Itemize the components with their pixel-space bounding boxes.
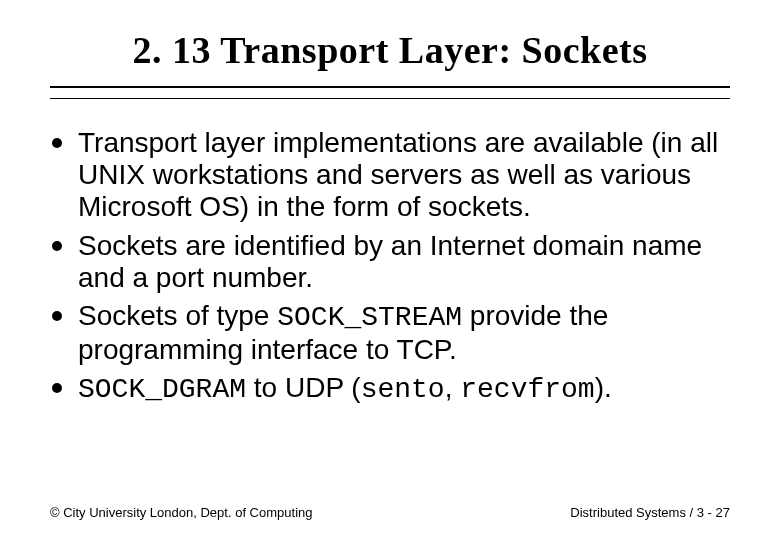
bullet-text: Sockets are identified by an Internet do… xyxy=(78,230,702,293)
code-recvfrom: recvfrom xyxy=(460,374,594,405)
bullet-text: Sockets of type xyxy=(78,300,277,331)
footer: © City University London, Dept. of Compu… xyxy=(50,505,730,520)
bullet-item: Transport layer implementations are avai… xyxy=(72,127,730,224)
bullet-text: Transport layer implementations are avai… xyxy=(78,127,718,222)
bullet-item: Sockets of type SOCK_STREAM provide the … xyxy=(72,300,730,366)
slide-title: 2. 13 Transport Layer: Sockets xyxy=(50,28,730,72)
bullet-item: SOCK_DGRAM to UDP (sento, recvfrom). xyxy=(72,372,730,406)
code-sento: sento xyxy=(361,374,445,405)
bullet-item: Sockets are identified by an Internet do… xyxy=(72,230,730,294)
bullet-text: , xyxy=(445,372,461,403)
bullet-text: to UDP ( xyxy=(246,372,361,403)
title-rule-thin xyxy=(50,98,730,99)
bullet-list: Transport layer implementations are avai… xyxy=(50,127,730,407)
slide: 2. 13 Transport Layer: Sockets Transport… xyxy=(0,0,780,540)
bullet-text: ). xyxy=(595,372,612,403)
footer-left: © City University London, Dept. of Compu… xyxy=(50,505,312,520)
footer-right: Distributed Systems / 3 - 27 xyxy=(570,505,730,520)
code-sock-dgram: SOCK_DGRAM xyxy=(78,374,246,405)
code-sock-stream: SOCK_STREAM xyxy=(277,302,462,333)
title-rule-thick xyxy=(50,86,730,88)
